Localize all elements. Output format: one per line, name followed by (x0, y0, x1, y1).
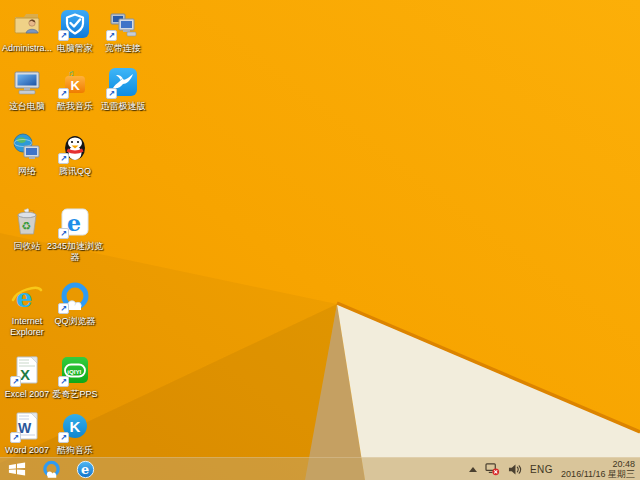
shortcut-arrow-icon: ↗ (106, 30, 117, 41)
clock-time: 20:48 (561, 459, 635, 469)
globe-computer-icon (11, 131, 43, 163)
desktop-icon-tencent-qq[interactable]: ↗ 腾讯QQ (43, 131, 107, 177)
desktop-icon-label: QQ浏览器 (43, 316, 107, 327)
kugou-icon: K ↗ (59, 410, 91, 442)
taskbar: e ENG 20:48 2016/11/16 星期三 (0, 457, 640, 480)
language-indicator[interactable]: ENG (530, 464, 553, 475)
excel-icon: X ↗ (11, 354, 43, 386)
desktop-icon-2345-browser[interactable]: e ↗ 2345加速浏览器 (43, 206, 107, 263)
desktop-icon-label: 酷狗音乐 (43, 445, 107, 456)
desktop-icon-kugou-music[interactable]: K ↗ 酷狗音乐 (43, 410, 107, 456)
blue-e-icon: e ↗ (59, 206, 91, 238)
music-box-icon: ♫ ♪ K ↗ (59, 66, 91, 98)
shortcut-arrow-icon: ↗ (58, 88, 69, 99)
recycle-bin-icon: ♻ (11, 206, 43, 238)
internet-explorer-icon: e (11, 281, 43, 313)
network-computers-icon: ↗ (107, 8, 139, 40)
taskbar-left: e (0, 458, 102, 480)
desktop-icon-label: 迅雷极速版 (91, 101, 155, 112)
volume-icon[interactable] (508, 463, 522, 476)
desktop-icon-label: 爱奇艺PPS (43, 389, 107, 400)
svg-text:e: e (67, 210, 81, 236)
taskbar-ie-button[interactable]: e (68, 458, 102, 480)
clock[interactable]: 20:48 2016/11/16 星期三 (561, 459, 635, 479)
windows-logo-icon (8, 462, 26, 476)
ring-cloud-icon: ↗ (59, 281, 91, 313)
user-folder-icon (11, 8, 43, 40)
shortcut-arrow-icon: ↗ (58, 30, 69, 41)
shortcut-arrow-icon: ↗ (58, 432, 69, 443)
shortcut-arrow-icon: ↗ (58, 228, 69, 239)
svg-text:K: K (70, 418, 81, 435)
internet-explorer-icon: e (76, 460, 95, 479)
shortcut-arrow-icon: ↗ (58, 376, 69, 387)
penguin-icon: ↗ (59, 131, 91, 163)
shortcut-arrow-icon: ↗ (10, 432, 21, 443)
taskbar-qq-browser-button[interactable] (34, 458, 68, 480)
shortcut-arrow-icon: ↗ (58, 303, 69, 314)
clock-date: 2016/11/16 星期三 (561, 469, 635, 479)
svg-text:iQIYI: iQIYI (67, 368, 81, 375)
shield-check-icon: ↗ (59, 8, 91, 40)
word-icon: W ↗ (11, 410, 43, 442)
shortcut-arrow-icon: ↗ (58, 153, 69, 164)
shortcut-arrow-icon: ↗ (106, 88, 117, 99)
desktop-icon-qq-browser[interactable]: ↗ QQ浏览器 (43, 281, 107, 327)
computer-icon (11, 66, 43, 98)
show-hidden-icons-button[interactable] (469, 467, 477, 472)
svg-text:♪: ♪ (76, 68, 80, 77)
shortcut-arrow-icon: ↗ (10, 376, 21, 387)
svg-text:K: K (71, 78, 81, 93)
bird-icon: ↗ (107, 66, 139, 98)
svg-text:e: e (80, 462, 88, 477)
iqiyi-icon: iQIYI ↗ (59, 354, 91, 386)
desktop-icon-iqiyi-pps[interactable]: iQIYI ↗ 爱奇艺PPS (43, 354, 107, 400)
desktop-icon-xunlei[interactable]: ↗ 迅雷极速版 (91, 66, 155, 112)
start-button[interactable] (0, 458, 34, 480)
desktop: Administra... ↗ 电脑管家 ↗ (0, 0, 640, 480)
svg-text:X: X (20, 366, 30, 383)
desktop-icon-label: 腾讯QQ (43, 166, 107, 177)
desktop-icon-broadband[interactable]: ↗ 宽带连接 (91, 8, 155, 54)
desktop-icon-label: 宽带连接 (91, 43, 155, 54)
qq-browser-icon (42, 460, 61, 479)
desktop-icon-label: 2345加速浏览器 (43, 241, 107, 263)
svg-text:♻: ♻ (22, 220, 32, 232)
network-status-icon[interactable] (485, 463, 500, 476)
system-tray: ENG 20:48 2016/11/16 星期三 (469, 458, 640, 480)
